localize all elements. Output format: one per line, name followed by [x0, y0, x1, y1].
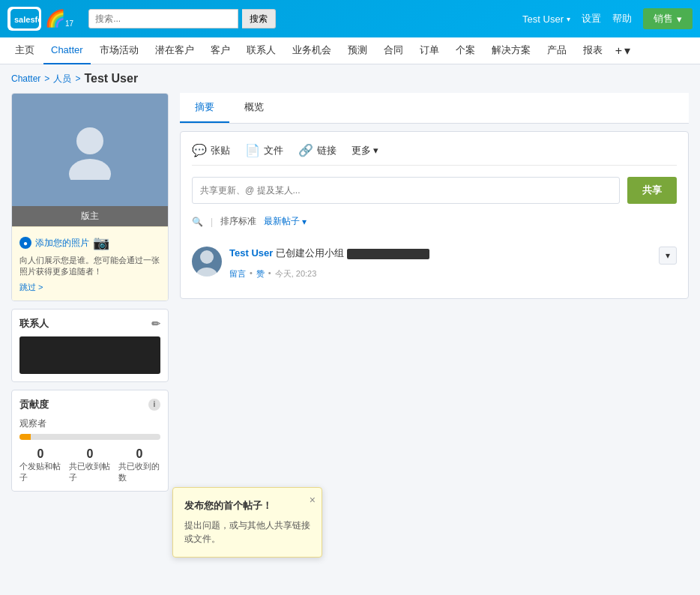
breadcrumb: Chatter > 人员 > Test User — [0, 64, 700, 93]
nav-more-chevron-icon: ▾ — [624, 43, 630, 58]
action-file[interactable]: 📄 文件 — [245, 143, 283, 157]
search-button[interactable]: 搜索 — [242, 9, 276, 28]
nav-item-chatter[interactable]: Chatter — [43, 37, 91, 64]
nav-item-cases[interactable]: 个案 — [448, 37, 483, 64]
stat-received-num: 0 — [87, 447, 94, 461]
logo-area: salesforce 🌈 17 — [7, 7, 73, 31]
contacts-section: 联系人 ✏ — [11, 309, 169, 382]
profile-badge: 版主 — [12, 206, 168, 226]
sort-value-text: 最新帖子 — [264, 215, 300, 228]
stat-posts: 0 个发贴和帖子 — [19, 447, 61, 483]
search-area: 搜索 — [88, 9, 276, 28]
action-link[interactable]: 🔗 链接 — [298, 143, 337, 157]
post-icon: 💬 — [192, 143, 207, 157]
profile-tip-title: ● 添加您的照片 📷 — [19, 235, 160, 251]
rainbow-count: 17 — [65, 19, 73, 28]
stat-likes-label: 共已收到的数 — [118, 461, 160, 483]
sales-label: 销售 — [654, 12, 673, 25]
user-menu[interactable]: Test User ▾ — [522, 13, 570, 25]
file-icon: 📄 — [245, 143, 260, 157]
sort-label: 排序标准 — [220, 215, 256, 228]
post-input[interactable] — [192, 177, 620, 204]
sort-value[interactable]: 最新帖子 ▾ — [264, 215, 307, 228]
nav-more-button[interactable]: + ▾ — [612, 43, 634, 58]
action-bar: 💬 张贴 📄 文件 🔗 链接 更多 ▾ — [192, 143, 677, 166]
filter-search-icon: 🔍 — [192, 217, 203, 227]
skip-link[interactable]: 跳过 > — [19, 282, 160, 293]
tooltip-title: 发布您的首个帖子！ — [184, 499, 310, 503]
settings-link[interactable]: 设置 — [582, 12, 601, 25]
help-link[interactable]: 帮助 — [612, 12, 632, 25]
progress-fill — [19, 434, 31, 440]
profile-tip: ● 添加您的照片 📷 向人们展示您是谁。您可能会通过一张照片获得更多追随者！ 跳… — [12, 226, 168, 300]
user-chevron-icon: ▾ — [567, 15, 570, 23]
nav-item-forecast[interactable]: 预测 — [340, 37, 375, 64]
search-input[interactable] — [88, 9, 238, 28]
feed-area: 💬 张贴 📄 文件 🔗 链接 更多 ▾ 共享 — [180, 131, 689, 299]
left-panel: 版主 ● 添加您的照片 📷 向人们展示您是谁。您可能会通过一张照片获得更多追随者… — [11, 93, 169, 492]
add-photo-label: 添加您的照片 — [35, 237, 89, 250]
nav-item-accounts[interactable]: 客户 — [203, 37, 238, 64]
nav-item-contracts[interactable]: 合同 — [376, 37, 411, 64]
stat-received-label: 共已收到帖子 — [69, 461, 111, 483]
tab-summary[interactable]: 摘要 — [180, 93, 229, 123]
share-button[interactable]: 共享 — [627, 177, 677, 204]
profile-tip-text: 向人们展示您是谁。您可能会通过一张照片获得更多追随者！ — [19, 255, 160, 278]
nav-item-campaigns[interactable]: 市场活动 — [92, 37, 146, 64]
feed-content: Test User 已创建公用小组 ▾ 留言 • 赞 • 今天 — [229, 247, 677, 280]
svg-point-5 — [196, 268, 217, 277]
contacts-edit-icon[interactable]: ✏ — [151, 318, 160, 330]
filter-divider: | — [211, 217, 213, 227]
svg-point-4 — [200, 250, 214, 264]
nav-plus-icon: + — [615, 44, 622, 58]
nav-item-products[interactable]: 产品 — [540, 37, 574, 64]
svg-text:salesforce: salesforce — [14, 15, 39, 24]
profile-box: 版主 ● 添加您的照片 📷 向人们展示您是谁。您可能会通过一张照片获得更多追随者… — [11, 93, 169, 301]
sales-chevron-icon: ▾ — [677, 13, 682, 25]
nav-item-orders[interactable]: 订单 — [412, 37, 447, 64]
breadcrumb-sep1: > — [44, 73, 49, 84]
action-post[interactable]: 💬 张贴 — [192, 143, 230, 157]
feed-avatar — [192, 247, 222, 277]
link-label: 链接 — [317, 144, 337, 157]
feed-meta-sep1: • — [250, 268, 253, 280]
post-area: 共享 — [192, 177, 677, 204]
observer-label: 观察者 — [19, 417, 160, 430]
nav-item-opportunities[interactable]: 业务机会 — [285, 37, 339, 64]
action-more[interactable]: 更多 ▾ — [351, 144, 378, 157]
feed-header: Test User 已创建公用小组 ▾ — [229, 247, 677, 265]
header: salesforce 🌈 17 搜索 Test User ▾ 设置 帮助 销售 … — [0, 0, 700, 37]
nav-item-home[interactable]: 主页 — [7, 37, 42, 64]
camera-icon[interactable]: 📷 — [93, 235, 109, 251]
nav-item-reports[interactable]: 报表 — [576, 37, 610, 64]
filter-bar: 🔍 | 排序标准 最新帖子 ▾ — [192, 215, 677, 228]
tooltip-popup: × 发布您的首个帖子！ 提出问题，或与其他人共享链接或文件。 — [172, 487, 322, 503]
nav-item-leads[interactable]: 潜在客户 — [148, 37, 202, 64]
feed-like-link[interactable]: 赞 — [256, 268, 265, 280]
nav-item-contacts[interactable]: 联系人 — [239, 37, 283, 64]
sales-button[interactable]: 销售 ▾ — [643, 8, 693, 29]
tabs-bar: 摘要 概览 — [180, 93, 689, 124]
stat-received: 0 共已收到帖子 — [69, 447, 111, 483]
feed-action-label: 已创建公用小组 — [276, 247, 344, 259]
tab-overview[interactable]: 概览 — [229, 93, 279, 123]
contribution-info-icon[interactable]: i — [148, 399, 160, 411]
profile-avatar-icon — [60, 120, 120, 180]
feed-dropdown-button[interactable]: ▾ — [659, 247, 677, 265]
feed-text: Test User 已创建公用小组 — [229, 247, 429, 260]
stats-row: 0 个发贴和帖子 0 共已收到帖子 0 共已收到的数 — [19, 447, 160, 483]
breadcrumb-chatter-link[interactable]: Chatter — [11, 73, 40, 84]
contribution-progress-bar — [19, 434, 160, 440]
navigation-bar: 主页 Chatter 市场活动 潜在客户 客户 联系人 业务机会 预测 合同 订… — [0, 37, 700, 64]
stat-posts-num: 0 — [37, 447, 44, 461]
post-label: 张贴 — [211, 144, 230, 157]
tooltip-close-button[interactable]: × — [310, 494, 316, 503]
contribution-section: 贡献度 i 观察者 0 个发贴和帖子 0 共已收到帖子 0 共已收到的数 — [11, 390, 169, 492]
feed-comment-link[interactable]: 留言 — [229, 268, 246, 280]
breadcrumb-people-link[interactable]: 人员 — [53, 73, 71, 85]
header-right: Test User ▾ 设置 帮助 销售 ▾ — [522, 8, 693, 29]
nav-item-solutions[interactable]: 解决方案 — [484, 37, 538, 64]
contacts-title: 联系人 ✏ — [19, 317, 160, 330]
feed-user-link[interactable]: Test User — [229, 247, 273, 259]
feed-meta-sep2: • — [268, 268, 271, 280]
